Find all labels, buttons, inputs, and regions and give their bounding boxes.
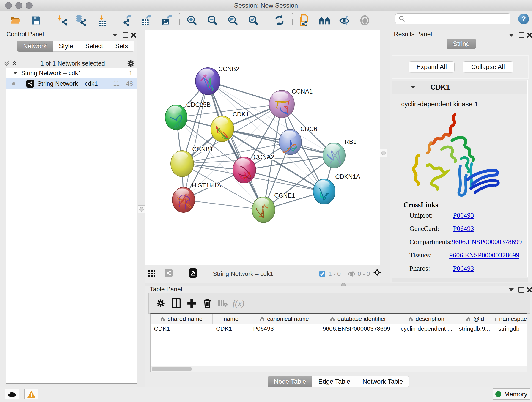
control-panel-close-icon[interactable] bbox=[130, 32, 138, 38]
tab-edge-table[interactable]: Edge Table bbox=[312, 376, 356, 387]
new-network-from-selection-icon[interactable] bbox=[298, 14, 311, 26]
tab-network-table[interactable]: Network Table bbox=[356, 376, 409, 387]
zoom-selected-icon[interactable] bbox=[247, 14, 260, 26]
expand-all-button[interactable]: Expand All bbox=[409, 61, 455, 72]
column-header-database-identifier[interactable]: database identifier bbox=[319, 314, 397, 324]
table-row[interactable]: CDK1CDK1P064939606.ENSP00000378699cyclin… bbox=[151, 324, 527, 333]
cloud-button[interactable] bbox=[5, 389, 19, 400]
tab-sets[interactable]: Sets bbox=[109, 41, 134, 51]
left-splitter-handle[interactable] bbox=[138, 205, 145, 213]
open-session-icon[interactable] bbox=[9, 14, 22, 26]
crosslink-link[interactable]: P06493 bbox=[453, 211, 474, 219]
export-image-icon[interactable] bbox=[160, 14, 173, 26]
delete-column-icon[interactable] bbox=[200, 296, 215, 310]
edge-CCNB2-CCNE1[interactable] bbox=[208, 81, 264, 210]
hide-selected-eye-slash-icon[interactable] bbox=[338, 14, 351, 26]
table-panel-close-icon[interactable] bbox=[526, 286, 532, 293]
results-tab-string[interactable]: String bbox=[447, 38, 476, 49]
warnings-button[interactable] bbox=[24, 389, 38, 400]
collapse-all-icon[interactable] bbox=[3, 60, 11, 67]
hscrollbar-thumb[interactable] bbox=[152, 367, 192, 371]
export-network-icon[interactable] bbox=[122, 14, 135, 26]
control-panel-float-icon[interactable] bbox=[121, 32, 129, 38]
tab-node-table[interactable]: Node Table bbox=[268, 376, 312, 387]
import-network-file-icon[interactable] bbox=[56, 14, 69, 26]
table-hscrollbar[interactable] bbox=[151, 366, 526, 371]
node-CDK1[interactable]: CDK1 bbox=[211, 111, 249, 142]
results-scroll-area[interactable]: CDK1 cyclin-dependent kinase 1 bbox=[392, 80, 528, 277]
table-panel-float-icon[interactable] bbox=[517, 286, 525, 293]
network-row[interactable]: String Network – cdk1 11 48 bbox=[6, 78, 137, 89]
zoom-out-icon[interactable] bbox=[206, 14, 219, 26]
selected-checkbox-icon[interactable] bbox=[318, 270, 326, 277]
control-panel-menu-icon[interactable] bbox=[111, 32, 119, 38]
birdseye-view-icon[interactable] bbox=[189, 269, 197, 276]
crosslink-link[interactable]: P06493 bbox=[453, 264, 474, 272]
column-header-name[interactable]: name bbox=[213, 314, 250, 324]
node-RB1[interactable]: RB1 bbox=[323, 138, 357, 168]
node-label-CDC25B: CDC25B bbox=[186, 101, 211, 108]
node-HIST1H1A[interactable]: HIST1H1A bbox=[172, 182, 221, 212]
memory-button[interactable]: Memory bbox=[493, 389, 530, 400]
expand-all-icon[interactable] bbox=[11, 60, 18, 67]
table-panel-menu-icon[interactable] bbox=[507, 286, 515, 293]
edge-CCNA2-CDKN1A[interactable] bbox=[244, 170, 324, 191]
results-panel-menu-icon[interactable] bbox=[507, 32, 515, 38]
search-input[interactable] bbox=[405, 15, 510, 23]
node-CDKN1A[interactable]: CDKN1A bbox=[313, 173, 360, 204]
network-canvas[interactable]: CCNB2CCNA1CDC25BCDK1CDC6RB1CCNB1CCNA2CDK… bbox=[145, 30, 380, 265]
network-graph[interactable]: CCNB2CCNA1CDC25BCDK1CDC6RB1CCNB1CCNA2CDK… bbox=[145, 30, 380, 265]
crosslink-link[interactable]: 9606.ENSP00000378699 bbox=[449, 251, 519, 259]
save-session-icon[interactable] bbox=[30, 14, 43, 26]
protein-disclosure-icon[interactable] bbox=[410, 86, 415, 89]
tab-style[interactable]: Style bbox=[53, 41, 79, 51]
show-all-eye-icon[interactable] bbox=[358, 14, 371, 26]
node-table[interactable]: shared namenamecanonical namedatabase id… bbox=[150, 313, 527, 372]
edge-HIST1H1A-CCNE1[interactable] bbox=[184, 200, 264, 210]
add-column-icon[interactable] bbox=[184, 296, 200, 310]
crosslink-link[interactable]: 9606.ENSP00000378699 bbox=[452, 238, 522, 245]
network-collection-row[interactable]: String Network – cdk1 1 bbox=[6, 68, 137, 78]
apply-layout-icon[interactable] bbox=[273, 14, 286, 26]
fit-crosshair-icon[interactable] bbox=[373, 269, 381, 276]
grid-view-icon[interactable] bbox=[148, 270, 156, 277]
crosslink-link[interactable]: P06493 bbox=[453, 225, 474, 232]
zoom-fit-icon[interactable] bbox=[227, 14, 239, 26]
table-cell[interactable]: cyclin-dependent ... bbox=[397, 324, 456, 333]
column-header-namespace[interactable]: namespace bbox=[495, 314, 527, 324]
table-cell[interactable]: CDK1 bbox=[213, 324, 250, 333]
network-view-share-icon[interactable] bbox=[165, 269, 172, 276]
zoom-in-icon[interactable] bbox=[186, 14, 198, 26]
table-cell[interactable]: stringdb:9... bbox=[456, 324, 495, 333]
table-cell[interactable]: P06493 bbox=[250, 324, 319, 333]
help-button[interactable]: ? bbox=[518, 13, 529, 24]
network-options-gear-icon[interactable] bbox=[127, 60, 135, 67]
table-cell[interactable]: CDK1 bbox=[151, 324, 213, 333]
column-header-shared-name[interactable]: shared name bbox=[151, 314, 213, 324]
node-CCNE1[interactable]: CCNE1 bbox=[252, 192, 295, 223]
collapse-all-button[interactable]: Collapse All bbox=[463, 61, 513, 72]
node-label-CCNB2: CCNB2 bbox=[218, 65, 239, 72]
tab-network[interactable]: Network bbox=[17, 41, 53, 51]
results-panel-float-icon[interactable] bbox=[518, 32, 525, 38]
export-table-icon[interactable] bbox=[140, 14, 153, 26]
right-splitter-handle[interactable] bbox=[380, 149, 387, 157]
toolbar-search[interactable] bbox=[395, 13, 510, 24]
tab-select[interactable]: Select bbox=[79, 41, 109, 51]
results-panel-close-icon[interactable] bbox=[526, 32, 532, 38]
node-CCNB1[interactable]: CCNB1 bbox=[171, 146, 213, 177]
column-header-@id[interactable]: @id bbox=[456, 314, 495, 324]
collection-disclosure-icon[interactable] bbox=[13, 72, 17, 74]
import-network-database-icon[interactable] bbox=[74, 14, 87, 26]
import-table-file-icon[interactable] bbox=[96, 14, 109, 26]
node-CCNA1[interactable]: CCNA1 bbox=[269, 88, 313, 118]
table-options-gear-icon[interactable] bbox=[153, 296, 168, 310]
protein-entry-header[interactable]: CDK1 bbox=[393, 81, 527, 94]
column-header-description[interactable]: description bbox=[397, 314, 456, 324]
table-cell[interactable]: stringdb bbox=[495, 324, 527, 333]
first-neighbors-icon[interactable] bbox=[318, 14, 331, 26]
table-cell[interactable]: 9606.ENSP00000378699 bbox=[319, 324, 397, 333]
column-header-canonical-name[interactable]: canonical name bbox=[250, 314, 319, 324]
show-columns-icon[interactable] bbox=[168, 296, 184, 310]
results-hscrollbar[interactable] bbox=[392, 278, 528, 282]
